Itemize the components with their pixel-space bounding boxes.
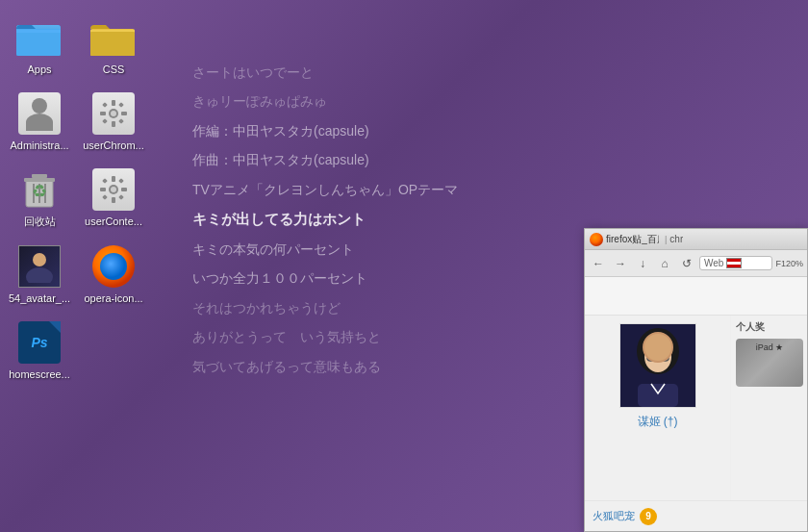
lyrics-line-3: きゅリーぽみゅぱみゅ	[192, 87, 558, 115]
avatar-thumbnail-icon	[16, 243, 63, 290]
lyrics-line-9: TVアニメ「クレヨンしんちゃん」OPテーマ	[192, 175, 558, 204]
avatar-name[interactable]: 谋姬 (†)	[638, 414, 678, 430]
refresh-button[interactable]: ↺	[677, 254, 696, 273]
homescreen-psd-icon[interactable]: Ps homescree...	[5, 315, 74, 386]
desktop-icons-area: Apps CSS Administra	[0, 0, 154, 395]
browser-main: 谋姬 (†) 个人奖 iPad ★	[585, 316, 807, 500]
tab1-label[interactable]: firefox贴_百度贴吧	[606, 233, 659, 246]
svg-rect-11	[112, 121, 115, 127]
firefox-icon	[90, 243, 137, 290]
recycle-icon[interactable]: ♻ 回收站	[5, 162, 74, 233]
search-label: Web	[704, 258, 723, 268]
lyrics-line-17: それはつかれちゃうけど	[192, 293, 558, 322]
usercontent-icon[interactable]: userConte...	[79, 162, 148, 233]
svg-point-36	[26, 267, 53, 283]
administrator-label: Administra...	[10, 139, 68, 152]
bottom-row: 火狐吧宠 9	[585, 500, 807, 531]
svg-rect-17	[118, 118, 124, 124]
svg-rect-3	[16, 29, 61, 56]
browser-window: firefox贴_百度贴吧 | chr ← → ↓ ⌂ ↺ Web F120%	[584, 228, 808, 532]
svg-rect-43	[638, 384, 678, 407]
svg-point-39	[644, 342, 671, 372]
icon-row-2: Administra...	[5, 86, 149, 157]
svg-rect-32	[118, 179, 124, 185]
user-avatar	[619, 323, 696, 408]
download-button[interactable]: ↓	[633, 254, 652, 273]
svg-rect-4	[16, 30, 61, 33]
recycle-bin-icon: ♻	[16, 166, 63, 213]
icon-row-3: ♻ 回收站	[5, 162, 149, 233]
right-panel-title: 个人奖	[736, 320, 802, 334]
svg-rect-14	[102, 102, 108, 108]
svg-rect-30	[121, 188, 127, 191]
svg-text:♻: ♻	[32, 182, 47, 201]
usercontent-label: userConte...	[85, 215, 142, 228]
device-image: iPad ★	[736, 339, 803, 387]
administrator-icon[interactable]: Administra...	[5, 86, 74, 157]
svg-point-9	[111, 111, 116, 116]
psd-file-icon: Ps	[16, 319, 63, 366]
back-button[interactable]: ←	[589, 254, 608, 273]
svg-rect-41	[660, 355, 669, 361]
svg-rect-31	[102, 179, 108, 185]
svg-rect-7	[90, 32, 135, 56]
browser-toolbar: ← → ↓ ⌂ ↺ Web F120%	[585, 250, 807, 277]
svg-point-35	[33, 253, 46, 266]
browser-titlebar: firefox贴_百度贴吧 | chr	[585, 229, 807, 250]
svg-rect-28	[112, 197, 115, 203]
css-folder-icon	[90, 14, 137, 61]
lyrics-panel: さートはいつでーと きゅリーぽみゅぱみゅ 作編：中田ヤスタカ(capsule) …	[192, 58, 558, 381]
svg-rect-10	[112, 100, 115, 106]
device-label: iPad ★	[736, 339, 803, 356]
svg-rect-40	[647, 355, 656, 361]
css-label: CSS	[103, 63, 125, 76]
svg-rect-29	[100, 188, 106, 191]
lyrics-line-7: 作曲：中田ヤスタカ(capsule)	[192, 145, 558, 174]
tab-separator: |	[665, 235, 667, 244]
apps-label: Apps	[27, 63, 51, 76]
lyrics-line-11: キミが出してる力はホント	[192, 204, 558, 235]
svg-rect-34	[118, 195, 124, 201]
content-top-bar	[585, 277, 807, 316]
lyrics-line-1: さートはいつでーと	[192, 58, 558, 87]
badge-count: 9	[640, 508, 657, 525]
home-button[interactable]: ⌂	[655, 254, 674, 273]
avatar54-label: 54_avatar_...	[9, 292, 70, 305]
lyrics-line-19: ありがとうって いう気持ちと	[192, 322, 558, 351]
icon-row-4: 54_avatar_... opera-icon...	[5, 239, 149, 310]
opera-label: opera-icon...	[84, 292, 142, 305]
lyrics-line-15: いつか全力１００パーセント	[192, 264, 558, 292]
svg-rect-13	[121, 112, 127, 115]
svg-rect-27	[112, 176, 115, 182]
svg-rect-16	[102, 118, 108, 124]
css-icon[interactable]: CSS	[79, 10, 148, 81]
avatar54-icon[interactable]: 54_avatar_...	[5, 239, 74, 310]
svg-point-26	[111, 187, 116, 192]
gear-icon	[90, 90, 137, 137]
recycle-label: 回收站	[24, 215, 56, 228]
apps-icon[interactable]: Apps	[5, 10, 74, 81]
bottom-username[interactable]: 火狐吧宠	[593, 509, 635, 523]
svg-rect-20	[32, 174, 47, 178]
search-bar[interactable]: Web	[699, 256, 772, 270]
right-panel: 个人奖 iPad ★	[730, 316, 807, 500]
icon-row-1: Apps CSS	[5, 10, 149, 81]
svg-rect-15	[118, 102, 124, 108]
user-profile-section: 谋姬 (†)	[585, 316, 730, 500]
svg-rect-12	[100, 112, 106, 115]
svg-rect-33	[102, 195, 108, 201]
person-icon	[16, 90, 63, 137]
userchrome-label: userChrom...	[83, 139, 144, 152]
firefox-tab-icon	[590, 233, 603, 246]
opera-icon[interactable]: opera-icon...	[79, 239, 148, 310]
homescreen-label: homescree...	[9, 368, 70, 381]
lyrics-line-5: 作編：中田ヤスタカ(capsule)	[192, 116, 558, 145]
lyrics-line-21: 気づいてあげるって意味もある	[192, 352, 558, 381]
tab2-label[interactable]: chr	[669, 234, 683, 244]
apps-folder-icon	[16, 14, 63, 61]
flag-icon	[726, 258, 742, 268]
forward-button[interactable]: →	[611, 254, 630, 273]
userchrome-icon[interactable]: userChrom...	[79, 86, 148, 157]
gear2-icon	[90, 166, 137, 213]
zoom-level: F120%	[775, 259, 803, 268]
